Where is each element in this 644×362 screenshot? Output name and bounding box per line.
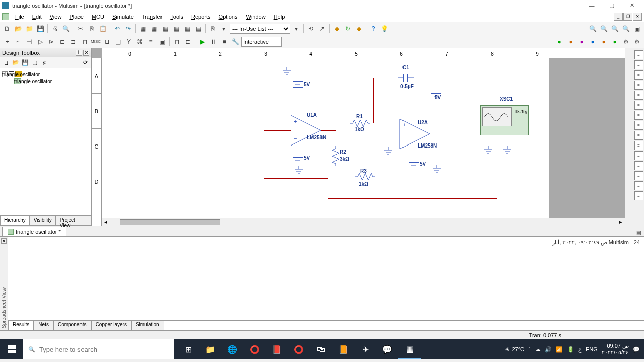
interactive-field[interactable] (242, 37, 282, 47)
inst-15[interactable]: ≡ (634, 191, 643, 200)
gnd-2[interactable] (294, 166, 304, 175)
comp-1[interactable]: ÷ (2, 37, 12, 47)
scroll-h[interactable]: ◂▸ (102, 218, 625, 226)
pr-4[interactable]: ● (588, 37, 598, 47)
telegram-icon[interactable]: ✈ (354, 339, 376, 359)
pr-2[interactable]: ● (566, 37, 576, 47)
inst-3[interactable]: ≡ (634, 70, 643, 80)
pr-5[interactable]: ● (599, 37, 609, 47)
pr-1[interactable]: ● (554, 37, 565, 47)
weather-widget[interactable]: ☀ 27°C (505, 346, 524, 353)
maximize-button[interactable]: ▢ (602, 0, 622, 11)
tray-onedrive[interactable]: ☁ (535, 346, 541, 353)
chrome-icon[interactable]: ⭕ (244, 339, 266, 359)
fullscreen-button[interactable]: ▣ (632, 24, 642, 34)
tab-components[interactable]: Components (53, 321, 91, 330)
inst-7[interactable]: ≡ (634, 111, 643, 120)
search-input[interactable] (39, 346, 169, 353)
hierarchy-tree[interactable]: − ✓ triangle oscillator triangle oscilla… (0, 68, 91, 215)
inst-14[interactable]: ≡ (634, 181, 643, 190)
minimize-button[interactable]: — (582, 0, 602, 11)
tray-wifi[interactable]: 📶 (556, 346, 563, 353)
save-button[interactable]: 💾 (35, 24, 45, 34)
menu-transfer[interactable]: Transfer (138, 13, 167, 21)
cut-button[interactable]: ✂ (75, 24, 86, 34)
tab-hierarchy[interactable]: Hierarchy (0, 216, 30, 226)
zoomout-button[interactable]: 🔍 (599, 24, 609, 34)
comp-4[interactable]: ▷ (35, 37, 45, 47)
menu-options[interactable]: Options (215, 13, 242, 21)
ptb-4[interactable]: ▢ (31, 59, 39, 67)
schematic-canvas[interactable]: + − U1A LM258N + − U2A LM258N (102, 58, 625, 218)
inst-10[interactable]: ≡ (634, 141, 643, 150)
res-r2[interactable] (332, 146, 339, 166)
tb-d[interactable]: ▦ (171, 24, 181, 34)
tray-battery[interactable]: 🔋 (567, 346, 574, 353)
comp-17[interactable]: ⊏ (183, 37, 193, 47)
tb-a[interactable]: ▦ (138, 24, 148, 34)
close-button[interactable]: ✕ (622, 0, 642, 11)
tray-clock[interactable]: 09:07 ص ٢٠٢٢/٠٥/٢٤ (602, 343, 629, 356)
pr-7[interactable]: ⚙ (621, 37, 631, 47)
taskbar-search[interactable]: 🔍 (23, 339, 174, 359)
print-button[interactable]: 🖨 (50, 24, 60, 34)
inuse-select[interactable]: --- In-Use List --- (230, 24, 290, 34)
comp-12[interactable]: Y (124, 37, 134, 47)
ppt-icon[interactable]: 📙 (332, 339, 354, 359)
open-button[interactable]: 📂 (13, 24, 23, 34)
ptb-3[interactable]: 💾 (21, 59, 29, 67)
tab-visibility[interactable]: Visibility (30, 216, 56, 226)
tb-n[interactable]: ◆ (354, 24, 364, 34)
ss-close[interactable]: ✕ (1, 238, 7, 244)
tab-nets[interactable]: Nets (34, 321, 53, 330)
tab-copper[interactable]: Copper layers (91, 321, 131, 330)
run-button[interactable]: ▶ (197, 37, 207, 47)
help-button[interactable]: ? (368, 24, 378, 34)
tb-i[interactable]: ▾ (291, 24, 301, 34)
tb-h[interactable]: ▾ (219, 24, 229, 34)
panel-close[interactable]: ✕ (83, 50, 89, 56)
explorer-icon[interactable]: 📁 (199, 339, 221, 359)
tb-b[interactable]: ▦ (149, 24, 159, 34)
gnd-4[interactable] (432, 165, 442, 174)
comp-13[interactable]: ⌘ (135, 37, 145, 47)
ptb-2[interactable]: 📂 (12, 59, 20, 67)
zoomfit-button[interactable]: 🔍 (610, 24, 620, 34)
undo-button[interactable]: ↶ (112, 24, 122, 34)
comp-2[interactable]: ∼ (13, 37, 23, 47)
inst-8[interactable]: ≡ (634, 121, 643, 130)
ptb-5[interactable]: ⎘ (40, 59, 48, 67)
scroll-v[interactable] (625, 48, 633, 226)
whatsapp-icon[interactable]: 💬 (376, 339, 398, 359)
inst-4[interactable]: ≡ (634, 81, 643, 90)
doc-tab-triangle[interactable]: triangle oscillator * (2, 227, 66, 236)
scroll-thumb-h[interactable] (120, 219, 220, 225)
new-button[interactable]: 🗋 (2, 24, 12, 34)
tb-c[interactable]: ▦ (160, 24, 170, 34)
gnd-1[interactable] (282, 67, 292, 77)
inst-9[interactable]: ≡ (634, 131, 643, 140)
menu-help[interactable]: Help (270, 13, 289, 21)
comp-11[interactable]: ◫ (113, 37, 123, 47)
comp-14[interactable]: ≡ (146, 37, 156, 47)
comp-3[interactable]: ⊣ (24, 37, 34, 47)
tb-j[interactable]: ⟲ (306, 24, 316, 34)
comp-7[interactable]: ⊐ (68, 37, 78, 47)
mdi-restore[interactable]: ❐ (623, 13, 632, 21)
pdf-icon[interactable]: 📕 (266, 339, 288, 359)
help2-button[interactable]: 💡 (379, 24, 389, 34)
battery-2[interactable] (293, 152, 303, 167)
tab-results[interactable]: Results (8, 321, 34, 330)
inst-13[interactable]: ≡ (634, 171, 643, 180)
inst-11[interactable]: ≡ (634, 151, 643, 160)
taskview-icon[interactable]: ⊞ (177, 339, 199, 359)
start-button[interactable] (0, 339, 23, 359)
cap-c1[interactable] (398, 73, 414, 83)
menu-mcu[interactable]: MCU (88, 13, 108, 21)
copy-button[interactable]: ⎘ (87, 24, 97, 34)
tb-m[interactable]: ↻ (343, 24, 353, 34)
tray-lang-ar[interactable]: ع (578, 346, 582, 353)
preview-button[interactable]: 🔍 (61, 24, 71, 34)
tb-e[interactable]: ▦ (182, 24, 192, 34)
menu-simulate[interactable]: Simulate (108, 13, 138, 21)
